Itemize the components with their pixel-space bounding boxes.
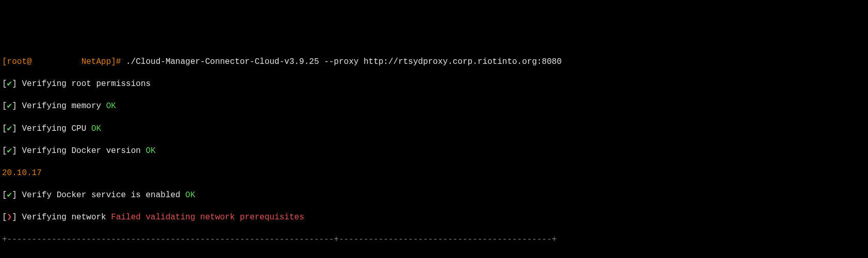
table-border-top: +---------------------------------------… <box>2 234 866 246</box>
check-label: Verifying CPU <box>22 124 91 133</box>
command-text[interactable]: ./Cloud-Manager-Connector-Cloud-v3.9.25 … <box>126 57 562 66</box>
terminal-output: [root@ NetApp]# ./Cloud-Manager-Connecto… <box>2 45 866 258</box>
check-line-fail: [❯] Verifying network Failed validating … <box>2 212 866 223</box>
check-label: Verifying root permissions <box>22 79 151 89</box>
check-suffix: OK <box>146 146 156 156</box>
check-label: Verifying memory <box>22 101 106 111</box>
check-suffix: OK <box>185 191 195 200</box>
fail-icon: ❯ <box>7 212 12 223</box>
prompt-host: NetApp <box>81 57 111 66</box>
check-icon: ✔ <box>7 146 12 157</box>
check-icon: ✔ <box>7 124 12 135</box>
check-line: [✔] Verify Docker service is enabled OK <box>2 190 866 201</box>
check-suffix: OK <box>91 124 101 133</box>
docker-version: 20.10.17 <box>2 168 866 179</box>
check-label: Verify Docker service is enabled <box>22 191 185 200</box>
check-label: Verifying network <box>22 213 111 222</box>
prompt-user: root <box>7 57 27 66</box>
check-icon: ✔ <box>7 190 12 201</box>
check-line: [✔] Verifying root permissions <box>2 79 866 90</box>
check-icon: ✔ <box>7 101 12 112</box>
check-icon: ✔ <box>7 79 12 90</box>
check-suffix: OK <box>106 101 116 111</box>
check-line: [✔] Verifying CPU OK <box>2 124 866 135</box>
fail-message: Failed validating network prerequisites <box>111 213 304 222</box>
prompt-line: [root@ NetApp]# ./Cloud-Manager-Connecto… <box>2 57 866 68</box>
check-label: Verifying Docker version <box>22 146 145 156</box>
check-line: [✔] Verifying Docker version OK <box>2 146 866 157</box>
check-line: [✔] Verifying memory OK <box>2 101 866 112</box>
